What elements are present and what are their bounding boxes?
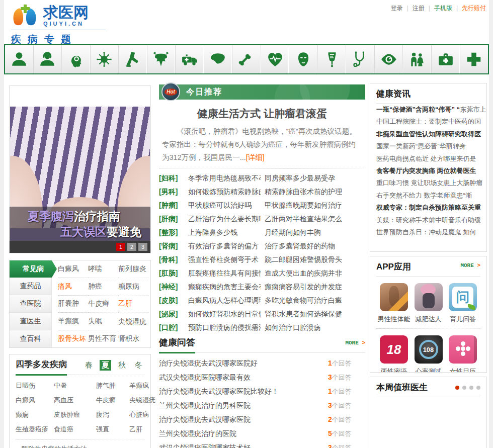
disease-link[interactable]: 皮肤肿瘤: [54, 410, 96, 419]
disease-link[interactable]: 肺癌: [88, 278, 118, 296]
virus-icon[interactable]: [91, 45, 119, 73]
app-more-link[interactable]: MORE >: [460, 262, 480, 272]
department-link[interactable]: [肿瘤]: [159, 199, 188, 212]
news-link[interactable]: 东莞市上半年群众医药费“减负”近3: [460, 106, 487, 113]
disease-link[interactable]: 生殖器疱疹: [16, 425, 54, 434]
qa-more-link[interactable]: MORE >: [345, 340, 365, 349]
face-icon[interactable]: [289, 45, 318, 73]
department-link[interactable]: [皮肤]: [159, 294, 188, 307]
disease-link[interactable]: 中暑: [54, 381, 96, 390]
news-link[interactable]: 甲状腺癌晚期要如何治疗: [265, 199, 365, 212]
article-title-link[interactable]: 健康生活方式 让肿瘤君滚蛋: [159, 107, 365, 121]
stethoscope-icon[interactable]: [346, 45, 375, 73]
disease-link[interactable]: 失眠: [88, 313, 118, 330]
news-link[interactable]: 癫痫病容易引发的并发症: [265, 280, 365, 294]
disease-link[interactable]: 肺气肿: [96, 381, 129, 390]
disease-link[interactable]: 牛皮癣: [88, 296, 118, 313]
mental-health-icon[interactable]: [62, 45, 91, 73]
common-disease-tab[interactable]: 查药品: [10, 278, 51, 295]
carousel-dot[interactable]: [469, 386, 473, 390]
department-link[interactable]: [肾病]: [159, 239, 188, 253]
carousel[interactable]: 夏季腹泻治疗指南 五大误区要避免 123: [9, 85, 151, 253]
disease-link[interactable]: 食道癌: [54, 425, 96, 434]
news-link[interactable]: 肛裂疼痛往往具有间接性: [188, 266, 261, 280]
department-link[interactable]: [肝病]: [159, 212, 188, 226]
ambulance-icon[interactable]: [176, 45, 204, 73]
disease-link[interactable]: 乙肝: [129, 425, 155, 434]
iv-drip-icon[interactable]: [318, 45, 347, 73]
green-cross-icon[interactable]: [460, 45, 488, 73]
register-link[interactable]: 注册: [413, 5, 425, 12]
question-link[interactable]: 治疗尖锐湿疣去武汉哪家医院: [159, 412, 328, 426]
season-tab[interactable]: 秋: [116, 360, 128, 371]
common-disease-tab[interactable]: 查百科: [10, 330, 51, 347]
common-disease-tab[interactable]: 查医院: [10, 295, 51, 313]
disease-link[interactable]: 男性不育: [88, 330, 118, 347]
news-link[interactable]: 肾积水患者如何选择保健: [265, 307, 365, 321]
season-tab[interactable]: 冬: [133, 360, 144, 371]
disease-link[interactable]: 尖锐湿疣: [118, 313, 148, 330]
question-link[interactable]: 治疗尖锐湿疣去武汉哪家医院比较好！: [159, 384, 328, 398]
season-tab[interactable]: 夏: [100, 360, 111, 371]
carousel-page-button[interactable]: 1: [116, 243, 125, 251]
news-link[interactable]: 乙肝两对半检查结果怎么: [265, 212, 365, 226]
news-link[interactable]: 甲状腺癌可以治好吗: [188, 199, 261, 212]
news-link[interactable]: 乙肝治疗为什么要长期吃: [188, 212, 261, 226]
disease-link[interactable]: 尖锐湿疣: [129, 396, 155, 405]
news-link[interactable]: 右手突然不给力 数学老师竟患“渐: [376, 192, 472, 199]
patient-male-icon[interactable]: [5, 45, 34, 73]
news-link[interactable]: 医药电商拐点临近 处方哪里来仍是: [376, 155, 476, 162]
disease-link[interactable]: 日晒伤: [16, 381, 54, 390]
news-link[interactable]: 国家一类新药“恩必普”华丽转身: [376, 142, 466, 150]
question-link[interactable]: 武汉尖锐湿疣医院哪家技术好: [159, 440, 328, 448]
news-link[interactable]: 有效治疗多囊肾的偏方: [188, 239, 261, 253]
news-link[interactable]: 预防口腔溃疡的侵扰需注: [188, 321, 261, 334]
news-link[interactable]: 如何治疗口腔溃疡: [265, 321, 365, 334]
department-link[interactable]: [妇科]: [159, 171, 188, 185]
disease-link[interactable]: 羊癫疯: [129, 381, 155, 390]
article-link[interactable]: 预防牛皮癣的生活方法: [16, 444, 144, 448]
news-link[interactable]: 上海隆鼻多少钱: [188, 226, 261, 239]
news-link[interactable]: 月经期间如何丰胸: [265, 226, 365, 239]
disease-link[interactable]: 股骨头坏: [58, 330, 88, 347]
department-link[interactable]: [泌尿]: [159, 307, 188, 321]
news-link[interactable]: 非痴呆型血管性认知障碍研究取得医: [376, 130, 481, 138]
news-link[interactable]: 同房频率多少最易受孕: [265, 171, 365, 185]
bone-joint-icon[interactable]: [232, 45, 261, 73]
department-link[interactable]: [整形]: [159, 226, 188, 239]
app-couples-whisper[interactable]: 18 两性密语: [377, 335, 410, 373]
disease-link[interactable]: 糖尿病: [118, 278, 148, 296]
compensation-link[interactable]: 先行赔付: [462, 5, 486, 12]
news-link[interactable]: 白癜风病人怎样心理调理: [188, 294, 261, 307]
disease-link[interactable]: 痛风: [58, 278, 88, 296]
app-weight-loss[interactable]: 减肥达人: [412, 283, 445, 324]
department-link[interactable]: [神经]: [159, 280, 188, 294]
app-female-calendar[interactable]: 女性日历: [446, 335, 479, 373]
login-link[interactable]: 登录: [391, 5, 403, 12]
disease-link[interactable]: 强直: [96, 425, 129, 434]
news-link[interactable]: 中国工程院院士：要制定中医药的国: [376, 118, 481, 125]
disease-link[interactable]: 腹泻: [96, 410, 129, 419]
news-link[interactable]: 如何做好肾积水的日常饮: [188, 307, 261, 321]
carousel-dot[interactable]: [476, 386, 480, 390]
news-link[interactable]: 如何锻炼预防精索静脉曲: [188, 185, 261, 199]
common-disease-tab[interactable]: 查医生: [10, 313, 51, 330]
disease-link[interactable]: 高血压: [54, 396, 96, 405]
department-link[interactable]: [肛肠]: [159, 266, 188, 280]
disease-link[interactable]: 羊癫疯: [58, 313, 88, 330]
animal-head-icon[interactable]: [147, 45, 176, 73]
carousel-page-button[interactable]: 3: [138, 243, 147, 251]
news-link[interactable]: 一瓶“保健酒”含两粒“伟哥” “: [376, 106, 460, 113]
news-link[interactable]: 重口味习惯 竟让职场女患上大肠肿瘤: [376, 179, 483, 187]
news-link[interactable]: 世界预防自杀日：冲动是魔鬼 如何: [376, 228, 476, 236]
news-link[interactable]: 食客餐厅内突发胸痛 两位就餐医生: [376, 167, 476, 174]
question-link[interactable]: 兰州尖锐湿疣治疗的医院: [159, 426, 328, 440]
department-link[interactable]: [男科]: [159, 185, 188, 199]
carousel-dot[interactable]: [462, 386, 466, 390]
app-parenting-qa[interactable]: 问 育儿问答: [446, 283, 479, 324]
disease-link[interactable]: 肾积水: [118, 330, 148, 347]
carousel-page-button[interactable]: 2: [127, 243, 136, 251]
app-heart-rate[interactable]: 108 心率测试: [412, 335, 445, 373]
department-link[interactable]: [骨科]: [159, 253, 188, 266]
cardiology-heart-icon[interactable]: [261, 45, 290, 73]
